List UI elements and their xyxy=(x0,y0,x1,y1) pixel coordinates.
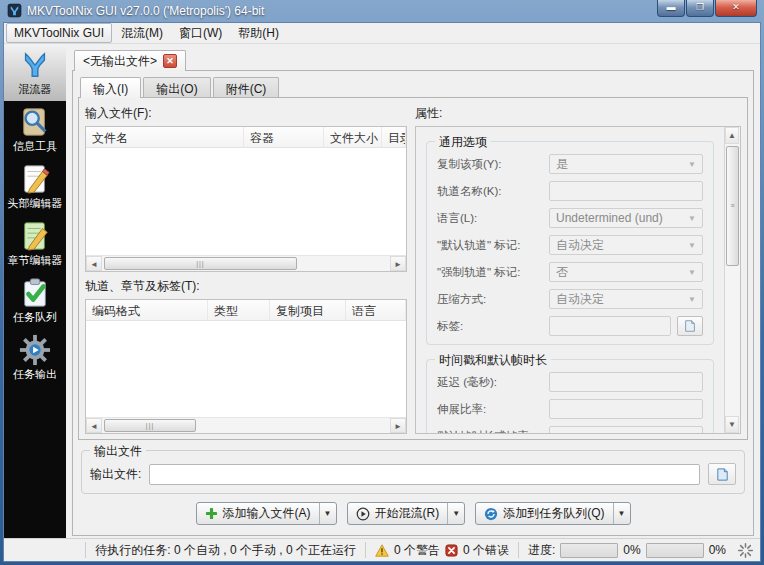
scroll-left-icon[interactable]: ◄ xyxy=(86,256,102,271)
status-bar: 待执行的任务: 0 个自动 , 0 个手动 , 0 个正在运行 0 个警告 0 … xyxy=(4,538,760,561)
language-select[interactable]: Undetermined (und)▼ xyxy=(549,208,703,228)
add-source-files-button[interactable]: 添加输入文件(A) ▼ xyxy=(196,502,337,525)
scroll-left-icon[interactable]: ◄ xyxy=(86,418,102,433)
col-file-name[interactable]: 文件名 xyxy=(86,127,244,147)
sidebar-item-chapter-editor[interactable]: 章节编辑器 xyxy=(4,215,66,272)
col-codec[interactable]: 编码格式 xyxy=(86,300,208,320)
total-progress-value: 0% xyxy=(709,543,726,557)
input-files-list[interactable] xyxy=(86,148,406,255)
file-tab-bar: <无输出文件> ✕ xyxy=(72,50,754,71)
delay-label: 延迟 (毫秒): xyxy=(437,375,543,390)
multiplexer-icon xyxy=(19,49,51,81)
track-name-label: 轨道名称(K): xyxy=(437,184,543,199)
sidebar-item-label: 头部编辑器 xyxy=(8,196,63,211)
files-hscrollbar[interactable]: ◄ ||| ► xyxy=(86,255,406,271)
chevron-down-icon: ▼ xyxy=(688,268,696,277)
warnings-count: 0 个警告 xyxy=(394,542,440,559)
stretch-input[interactable] xyxy=(549,399,703,419)
multiplexer-panel: 输入(I) 输出(O) 附件(C) 输入文件(F): 文件名 容器 xyxy=(72,70,754,536)
warnings-errors-status: 0 个警告 0 个错误 xyxy=(365,542,518,558)
sidebar-item-header-editor[interactable]: 头部编辑器 xyxy=(4,158,66,215)
track-name-input[interactable] xyxy=(549,181,703,201)
progress-section: 进度: 0% 0% xyxy=(518,542,735,558)
stretch-label: 伸展比率: xyxy=(437,402,543,417)
play-icon xyxy=(356,507,370,521)
tracks-list[interactable] xyxy=(86,321,406,417)
menu-window[interactable]: 窗口(W) xyxy=(172,23,229,44)
col-container[interactable]: 容器 xyxy=(244,127,324,147)
group-title: 时间戳和默认帧时长 xyxy=(435,352,551,369)
tab-no-output-file[interactable]: <无输出文件> ✕ xyxy=(74,50,186,71)
sidebar-item-label: 章节编辑器 xyxy=(8,253,63,268)
plus-icon xyxy=(205,507,218,520)
properties-vscrollbar[interactable]: ▲ ≡ ▼ xyxy=(724,127,740,433)
sidebar-item-label: 混流器 xyxy=(19,82,52,97)
chevron-down-icon[interactable]: ▼ xyxy=(447,503,464,524)
file-browse-icon xyxy=(715,467,730,482)
sidebar-item-job-output[interactable]: 任务输出 xyxy=(4,329,66,386)
tab-attachments[interactable]: 附件(C) xyxy=(213,77,280,98)
default-duration-select[interactable]: ▼ xyxy=(549,426,703,433)
menu-multiplex[interactable]: 混流(M) xyxy=(114,23,170,44)
tracks-table: 编码格式 类型 复制项目 语言 ◄ ||| ► xyxy=(85,299,407,434)
col-language[interactable]: 语言 xyxy=(346,300,406,320)
output-file-group: 输出文件 输出文件: xyxy=(81,450,745,494)
properties-panel: 通用选项 复制该项(Y): 是▼ 轨道名称(K): xyxy=(415,126,741,434)
copy-item-select[interactable]: 是▼ xyxy=(549,154,703,174)
sidebar-item-info-tool[interactable]: 信息工具 xyxy=(4,101,66,158)
compression-select[interactable]: 自动决定▼ xyxy=(549,289,703,309)
menu-bar: MKVToolNix GUI 混流(M) 窗口(W) 帮助(H) xyxy=(4,23,760,44)
col-directory[interactable]: 目录 xyxy=(382,127,406,147)
input-tab-panel: 输入文件(F): 文件名 容器 文件大小 目录 ◄ xyxy=(78,97,748,440)
chevron-down-icon[interactable]: ▼ xyxy=(319,503,336,524)
delay-input[interactable] xyxy=(549,372,703,392)
sidebar: 混流器 信息工具 xyxy=(4,44,66,538)
scroll-right-icon[interactable]: ► xyxy=(390,418,406,433)
warning-icon xyxy=(375,544,389,557)
scroll-right-icon[interactable]: ► xyxy=(390,256,406,271)
action-button-row: 添加输入文件(A) ▼ 开始混流(R) xyxy=(78,494,748,531)
header-editor-icon xyxy=(19,163,51,195)
chevron-down-icon[interactable]: ▼ xyxy=(613,503,630,524)
tags-browse-button[interactable] xyxy=(677,316,703,336)
sidebar-item-multiplexer[interactable]: 混流器 xyxy=(4,44,66,101)
scroll-thumb[interactable]: ≡ xyxy=(726,146,739,266)
tab-close-icon[interactable]: ✕ xyxy=(163,54,177,68)
group-title: 通用选项 xyxy=(435,134,491,151)
minimize-button[interactable]: ▬ xyxy=(657,0,685,17)
start-muxing-button[interactable]: 开始混流(R) ▼ xyxy=(347,502,466,525)
sidebar-item-job-queue[interactable]: 任务队列 xyxy=(4,272,66,329)
col-file-size[interactable]: 文件大小 xyxy=(324,127,382,147)
copy-item-label: 复制该项(Y): xyxy=(437,157,543,172)
tab-output[interactable]: 输出(O) xyxy=(143,77,210,98)
maximize-button[interactable]: ❐ xyxy=(686,0,714,17)
language-label: 语言(L): xyxy=(437,211,543,226)
forced-track-select[interactable]: 否▼ xyxy=(549,262,703,282)
input-files-table: 文件名 容器 文件大小 目录 ◄ ||| ► xyxy=(85,126,407,272)
tracks-hscrollbar[interactable]: ◄ ||| ► xyxy=(86,417,406,433)
col-copy-item[interactable]: 复制项目 xyxy=(270,300,346,320)
output-file-input[interactable] xyxy=(149,464,700,485)
chapter-editor-icon xyxy=(19,220,51,252)
close-button[interactable]: ✕ xyxy=(715,0,757,17)
properties-label: 属性: xyxy=(415,103,741,126)
progress-label: 进度: xyxy=(528,542,555,559)
compression-label: 压缩方式: xyxy=(437,292,543,307)
menu-mkvtoolnix-gui[interactable]: MKVToolNix GUI xyxy=(6,23,112,43)
scroll-thumb[interactable]: ||| xyxy=(104,419,196,432)
scroll-thumb[interactable]: ||| xyxy=(104,257,297,270)
timestamps-group: 时间戳和默认帧时长 延迟 (毫秒): 伸展比率: xyxy=(426,359,714,433)
window-title: MKVToolNix GUI v27.0.0 ('Metropolis') 64… xyxy=(27,4,264,18)
default-duration-label: 默认帧时长或帧率: xyxy=(437,429,543,434)
output-browse-button[interactable] xyxy=(708,463,736,485)
default-track-select[interactable]: 自动决定▼ xyxy=(549,235,703,255)
scroll-up-icon[interactable]: ▲ xyxy=(725,127,739,144)
tags-input[interactable] xyxy=(549,316,671,336)
info-tool-icon xyxy=(19,106,51,138)
add-to-job-queue-button[interactable]: 添加到任务队列(Q) ▼ xyxy=(475,502,630,525)
scroll-down-icon[interactable]: ▼ xyxy=(725,416,739,433)
col-type[interactable]: 类型 xyxy=(208,300,270,320)
menu-help[interactable]: 帮助(H) xyxy=(231,23,286,44)
tab-input[interactable]: 输入(I) xyxy=(80,77,141,98)
job-output-icon xyxy=(19,334,51,366)
